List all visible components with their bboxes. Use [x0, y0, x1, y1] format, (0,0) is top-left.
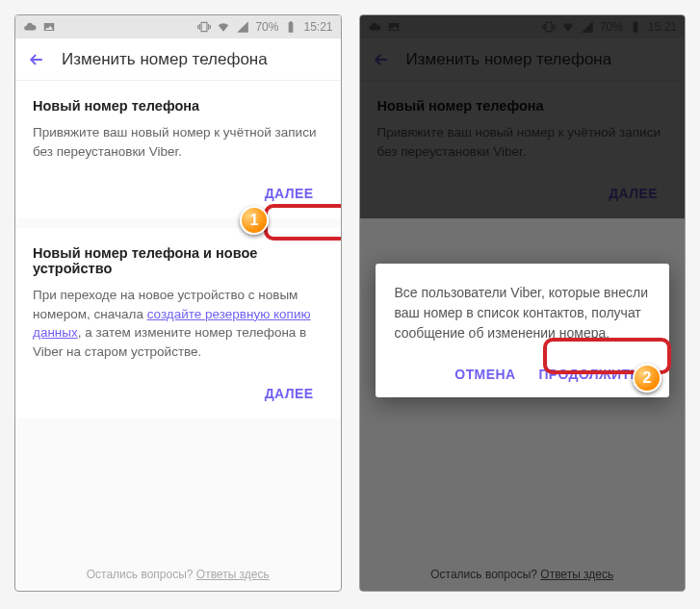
dialog-body: Все пользователи Viber, которые внесли в…: [395, 283, 651, 343]
cloud-icon: [23, 20, 37, 34]
card-body: Привяжите ваш новый номер к учётной запи…: [33, 123, 324, 161]
card-title: Новый номер телефона: [33, 98, 324, 114]
footer-help: Остались вопросы? Ответы здесь: [15, 558, 341, 591]
screenshot-right: 70% 15:21 Изменить номер телефона Новый …: [359, 14, 687, 592]
card-new-device: Новый номер телефона и новое устройство …: [15, 228, 341, 419]
back-arrow-icon[interactable]: [27, 50, 46, 69]
next-button-2[interactable]: ДАЛЕЕ: [255, 378, 324, 409]
annotation-badge-1: 1: [240, 206, 269, 235]
answers-link[interactable]: Ответы здесь: [196, 568, 270, 581]
card-new-number: Новый номер телефона Привяжите ваш новый…: [15, 81, 341, 218]
battery-text: 70%: [255, 20, 278, 34]
card-body: При переходе на новое устройство с новым…: [33, 286, 324, 361]
screenshot-left: 70% 15:21 Изменить номер телефона Новый …: [14, 14, 342, 592]
app-bar: Изменить номер телефона: [15, 38, 341, 81]
clock-text: 15:21: [303, 20, 332, 34]
image-icon: [42, 20, 56, 34]
cancel-button[interactable]: ОТМЕНА: [445, 359, 525, 390]
page-title: Изменить номер телефона: [62, 50, 268, 69]
status-bar: 70% 15:21: [15, 15, 341, 38]
card-title: Новый номер телефона и новое устройство: [33, 245, 324, 276]
battery-icon: [284, 20, 298, 34]
continue-button[interactable]: ПРОДОЛЖИТЬ: [529, 359, 650, 390]
wifi-icon: [217, 20, 230, 34]
vibrate-icon: [197, 20, 211, 34]
signal-icon: [236, 20, 249, 34]
annotation-badge-2: 2: [633, 364, 661, 393]
next-button-1[interactable]: ДАЛЕЕ: [255, 178, 324, 209]
confirm-dialog: Все пользователи Viber, которые внесли в…: [376, 264, 670, 397]
